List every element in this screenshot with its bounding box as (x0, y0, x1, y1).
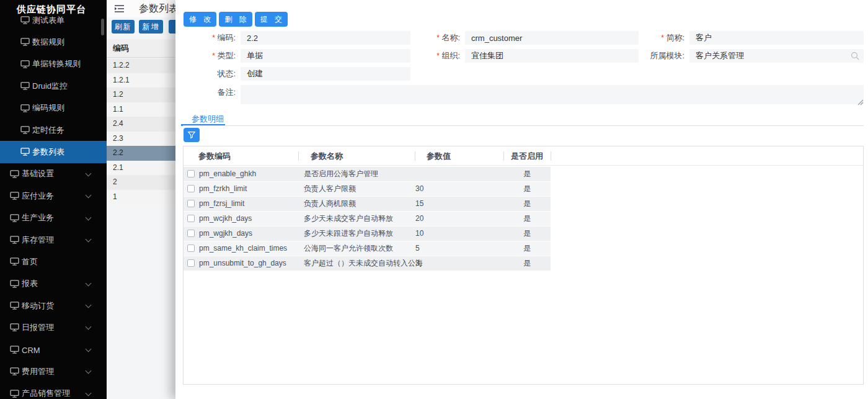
code-list-row[interactable]: 2.4 (107, 117, 186, 132)
code-list-row[interactable]: 1.2.1 (107, 73, 186, 88)
param-value-cell: 30 (415, 182, 423, 196)
monitor-icon (10, 346, 19, 354)
textarea-resize-handle[interactable] (856, 97, 864, 104)
sidebar: 供应链协同平台 测试表单 数据规则 (0, 0, 107, 399)
param-value-cell: 3 (415, 256, 420, 271)
sidebar-item[interactable]: 参数列表 (0, 141, 107, 163)
param-table-row: pm_fzrsj_limit 负责人商机限额 15 是 (184, 197, 551, 211)
column-divider (503, 151, 504, 161)
param-code-cell: pm_same_kh_claim_times (199, 241, 287, 256)
sidebar-item-label: 生产业务 (22, 212, 54, 223)
field-label: 状态: (188, 68, 241, 79)
add-button[interactable]: 新增 (139, 20, 163, 34)
sidebar-item[interactable]: 费用管理 (0, 361, 107, 382)
short-name-input[interactable] (689, 31, 864, 45)
param-enabled-cell: 是 (504, 197, 550, 211)
sidebar-item[interactable]: 生产业务 (0, 207, 107, 229)
code-list-row[interactable]: 1 (107, 190, 186, 205)
sidebar-item[interactable]: 数据规则 (0, 31, 107, 53)
organization-input[interactable] (465, 49, 639, 63)
row-checkbox[interactable] (187, 185, 195, 192)
modify-button[interactable]: 修 改 (184, 12, 216, 27)
code-list-panel: 参数列表 刷新 新增 编码 1.2.21.2.11.21.12.42.32.22… (107, 0, 186, 399)
sidebar-item[interactable]: 首页 (0, 251, 107, 272)
sidebar-item[interactable]: 基础设置 (0, 163, 107, 185)
header-param-value: 参数值 (427, 146, 451, 166)
monitor-icon (20, 38, 30, 46)
header-param-enabled: 是否启用 (504, 146, 550, 166)
sidebar-item[interactable]: 编码规则 (0, 97, 107, 119)
app-root: 供应链协同平台 测试表单 数据规则 (0, 0, 868, 399)
row-checkbox[interactable] (187, 170, 195, 177)
sidebar-item-label: 首页 (22, 256, 38, 267)
code-list-row[interactable]: 2 (107, 175, 186, 190)
field-label: 名称: (411, 32, 465, 43)
sidebar-item[interactable]: 定时任务 (0, 119, 107, 141)
row-checkbox[interactable] (187, 259, 195, 267)
chevron-down-icon (86, 170, 92, 176)
sidebar-item[interactable]: 测试表单 (0, 9, 107, 31)
sidebar-scrollbar[interactable] (101, 19, 104, 35)
code-list-row[interactable]: 1.2 (107, 87, 186, 102)
param-enabled-cell: 是 (504, 212, 550, 226)
sidebar-item-label: Druid监控 (32, 81, 68, 92)
monitor-icon (10, 214, 19, 222)
chevron-down-icon (86, 280, 92, 286)
chevron-down-icon (86, 236, 92, 242)
param-value-cell: 15 (415, 197, 423, 211)
sidebar-item[interactable]: 日报管理 (0, 316, 107, 338)
collapse-menu-icon[interactable] (114, 4, 125, 13)
sidebar-item-label: 基础设置 (22, 168, 54, 179)
param-table-row: pm_unsubmit_to_gh_days 客户超过（）天未成交自动转入公海 … (184, 256, 551, 271)
param-value-cell: 20 (415, 212, 423, 226)
row-checkbox[interactable] (187, 244, 195, 252)
row-checkbox[interactable] (187, 230, 195, 237)
field-label: 备注: (188, 87, 241, 98)
remark-textarea[interactable] (241, 85, 864, 104)
param-name-cell: 客户超过（）天未成交自动转入公海 (304, 256, 423, 271)
sidebar-item-label: 产品销售管理 (22, 388, 70, 399)
status-input[interactable] (241, 67, 410, 81)
row-checkbox[interactable] (187, 215, 195, 222)
chevron-down-icon (86, 368, 92, 374)
sidebar-item[interactable]: 移动订货 (0, 295, 107, 316)
monitor-icon (20, 126, 30, 134)
sidebar-item[interactable]: 报表 (0, 273, 107, 295)
monitor-icon (10, 367, 19, 375)
param-code-cell: pm_fzrkh_limit (199, 182, 247, 196)
param-code-cell: pm_enable_ghkh (199, 167, 256, 181)
sidebar-item[interactable]: 产品销售管理 (0, 383, 107, 399)
chevron-down-icon (86, 346, 92, 352)
refresh-button[interactable]: 刷新 (112, 20, 135, 34)
sidebar-item[interactable]: CRM (0, 339, 107, 361)
type-input[interactable] (241, 49, 410, 63)
monitor-icon (10, 192, 19, 200)
param-code-cell: pm_unsubmit_to_gh_days (199, 256, 286, 271)
row-checkbox[interactable] (187, 200, 195, 207)
column-divider (298, 151, 299, 161)
sidebar-item[interactable]: Druid监控 (0, 75, 107, 97)
sidebar-item[interactable]: 单据转换规则 (0, 53, 107, 75)
code-list-row[interactable]: 2.2 (107, 146, 186, 161)
search-icon[interactable] (851, 52, 859, 60)
monitor-icon (20, 148, 30, 156)
code-list-row[interactable]: 2.3 (107, 132, 186, 146)
delete-button[interactable]: 删 除 (219, 12, 252, 27)
filter-button[interactable] (184, 128, 200, 142)
code-list-row[interactable]: 1.1 (107, 102, 186, 117)
code-input[interactable] (241, 31, 410, 45)
code-list-row[interactable]: 1.2.2 (107, 58, 186, 73)
monitor-icon (10, 390, 19, 398)
param-code-cell: pm_fzrsj_limit (199, 197, 244, 211)
tab-param-detail[interactable]: 参数明细 (192, 114, 224, 125)
code-column-header: 编码 (107, 39, 186, 58)
module-input[interactable] (689, 49, 864, 63)
sidebar-item[interactable]: 库存管理 (0, 229, 107, 251)
sidebar-item[interactable]: 应付业务 (0, 185, 107, 207)
param-value-cell: 5 (415, 241, 420, 256)
code-list-row[interactable]: 2.1 (107, 161, 186, 176)
submit-button[interactable]: 提 交 (255, 12, 288, 27)
name-input[interactable] (465, 31, 639, 45)
monitor-icon (20, 104, 30, 112)
monitor-icon (10, 236, 19, 244)
